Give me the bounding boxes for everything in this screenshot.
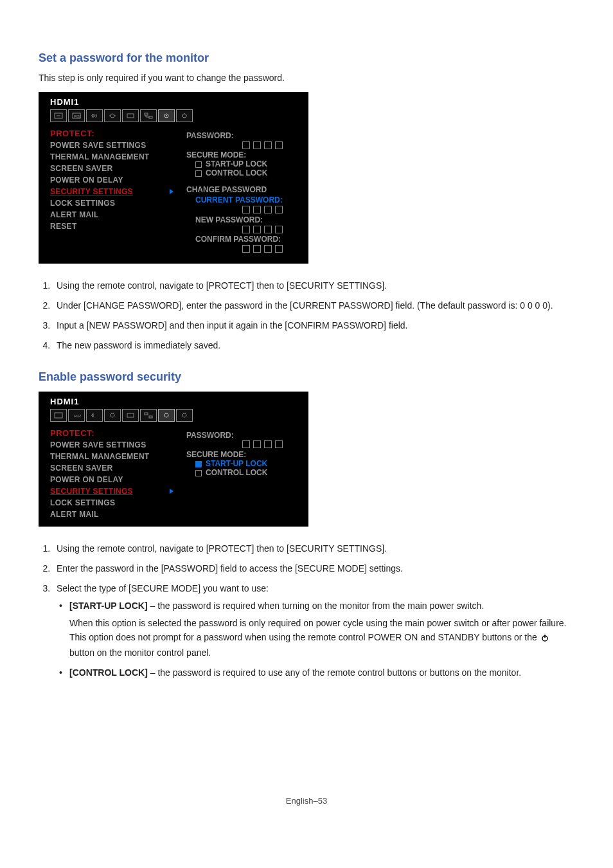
svg-rect-6 xyxy=(149,116,152,118)
system-icon xyxy=(176,409,193,422)
step2-3: Select the type of [SECURE MODE] you wan… xyxy=(53,582,574,680)
bullet-startup-lock-detail: When this option is selected the passwor… xyxy=(69,617,574,660)
svg-rect-4 xyxy=(127,114,134,118)
osd1-menu-header: PROTECT: xyxy=(50,129,179,138)
osd2-item-alert-mail: ALERT MAIL xyxy=(50,509,179,520)
osd1-item-power-save: POWER SAVE SETTINGS xyxy=(50,140,179,151)
svg-point-9 xyxy=(182,114,186,118)
osd1-password-boxes xyxy=(186,140,301,149)
section2-heading: Enable password security xyxy=(39,370,574,384)
protect-icon xyxy=(158,409,175,422)
svg-point-17 xyxy=(182,413,186,417)
osd2-menu-header: PROTECT: xyxy=(50,428,179,438)
osd1-item-reset: RESET xyxy=(50,221,179,232)
step1-4: The new password is immediately saved. xyxy=(53,339,574,352)
svg-rect-15 xyxy=(149,416,152,418)
system-icon xyxy=(176,109,193,122)
step2-1: Using the remote control, navigate to [P… xyxy=(53,542,574,556)
osd2-secure-mode-label: SECURE MODE: xyxy=(186,450,301,459)
osd1-item-security-settings: SECURITY SETTINGS xyxy=(50,186,179,197)
input-icon xyxy=(50,409,67,422)
input-icon xyxy=(50,109,67,122)
osd1-item-lock-settings: LOCK SETTINGS xyxy=(50,197,179,209)
section1-heading: Set a password for the monitor xyxy=(39,51,574,65)
step2-2: Enter the password in the [PASSWORD] fie… xyxy=(53,562,574,575)
osd1-current-password-boxes xyxy=(195,204,301,213)
network-icon xyxy=(140,409,157,422)
osd2-opt-control-lock: CONTROL LOCK xyxy=(195,468,301,477)
osd2-password-boxes xyxy=(186,440,301,449)
osd1-item-power-on-delay: POWER ON DELAY xyxy=(50,174,179,186)
osd1-confirm-password-boxes xyxy=(195,244,301,253)
picture-icon: RGB xyxy=(68,109,85,122)
osd2-item-thermal: THERMAL MANAGEMENT xyxy=(50,451,179,462)
osd1-secure-mode-label: SECURE MODE: xyxy=(186,150,301,159)
osd1-new-password-label: NEW PASSWORD: xyxy=(195,215,301,224)
section1-intro: This step is only required if you want t… xyxy=(39,73,574,83)
step1-3: Input a [NEW PASSWORD] and then input it… xyxy=(53,319,574,332)
osd2-tab-bar: RGB xyxy=(39,409,308,424)
svg-text:RGB: RGB xyxy=(74,414,81,418)
osd2-item-power-save: POWER SAVE SETTINGS xyxy=(50,439,179,451)
step1-2: Under [CHANGE PASSWORD], enter the passw… xyxy=(53,299,574,312)
osd2-item-lock-settings: LOCK SETTINGS xyxy=(50,497,179,509)
protect-icon xyxy=(158,109,175,122)
steps-list-1: Using the remote control, navigate to [P… xyxy=(39,279,574,352)
schedule-icon xyxy=(104,409,121,422)
svg-point-12 xyxy=(111,413,114,417)
svg-text:RGB: RGB xyxy=(74,114,81,118)
osd1-item-alert-mail: ALERT MAIL xyxy=(50,209,179,221)
steps-list-2: Using the remote control, navigate to [P… xyxy=(39,542,574,680)
osd1-confirm-password-label: CONFIRM PASSWORD: xyxy=(195,235,301,244)
osd1-tab-bar: RGB xyxy=(39,109,308,125)
svg-rect-5 xyxy=(145,113,148,115)
svg-rect-14 xyxy=(145,413,148,415)
osd2-opt-startup-lock: START-UP LOCK xyxy=(195,459,301,468)
power-icon xyxy=(541,632,549,646)
svg-point-8 xyxy=(166,115,167,116)
audio-icon xyxy=(86,109,103,122)
svg-point-3 xyxy=(111,114,114,118)
osd2-item-security-settings: SECURITY SETTINGS xyxy=(50,485,179,497)
osd1-item-thermal: THERMAL MANAGEMENT xyxy=(50,151,179,163)
osd-screenshot-1: HDMI1 RGB PROTECT: POWER SAVE SETTINGS T… xyxy=(39,92,308,264)
step1-1: Using the remote control, navigate to [P… xyxy=(53,279,574,293)
schedule-icon xyxy=(104,109,121,122)
slot-icon xyxy=(122,109,139,122)
osd2-item-power-on-delay: POWER ON DELAY xyxy=(50,474,179,485)
submenu-arrow-icon xyxy=(170,489,173,494)
picture-icon: RGB xyxy=(68,409,85,422)
bullet-control-lock: [CONTROL LOCK] – the password is require… xyxy=(69,666,574,680)
osd2-password-label: PASSWORD: xyxy=(186,431,301,440)
svg-point-16 xyxy=(164,413,168,417)
network-icon xyxy=(140,109,157,122)
osd1-opt-startup-lock: START-UP LOCK xyxy=(195,159,301,168)
osd1-source-label: HDMI1 xyxy=(39,96,308,109)
osd-screenshot-2: HDMI1 RGB PROTECT: POWER SAVE SETTINGS T… xyxy=(39,392,308,527)
audio-icon xyxy=(86,409,103,422)
osd1-new-password-boxes xyxy=(195,224,301,233)
osd1-current-password-label: CURRENT PASSWORD: xyxy=(195,195,301,204)
osd1-change-password-label: CHANGE PASSWORD xyxy=(186,185,301,194)
submenu-arrow-icon xyxy=(170,189,173,194)
slot-icon xyxy=(122,409,139,422)
svg-rect-10 xyxy=(55,413,62,418)
osd2-item-screen-saver: SCREEN SAVER xyxy=(50,462,179,474)
osd1-opt-control-lock: CONTROL LOCK xyxy=(195,168,301,177)
svg-rect-13 xyxy=(127,413,134,417)
osd2-source-label: HDMI1 xyxy=(39,395,308,409)
osd1-item-screen-saver: SCREEN SAVER xyxy=(50,163,179,174)
osd1-password-label: PASSWORD: xyxy=(186,131,301,140)
page-footer: English–53 xyxy=(39,796,574,806)
bullet-startup-lock: [START-UP LOCK] – the password is requir… xyxy=(69,599,574,660)
